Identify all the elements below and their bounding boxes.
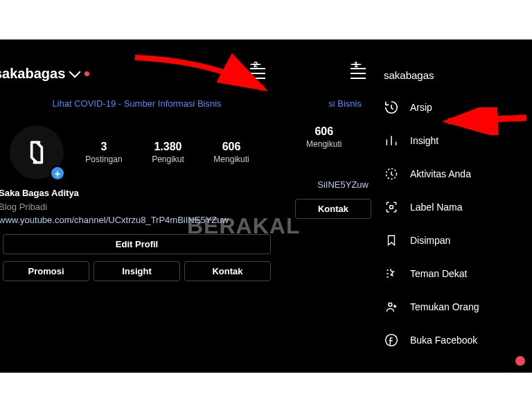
stat-posts[interactable]: 3Postingan	[85, 141, 122, 164]
menu-badge: 1	[351, 64, 362, 65]
profile-stats: 3Postingan 1.380Pengikut 606Mengikuti	[71, 141, 264, 164]
notification-dot	[85, 71, 89, 76]
stat-following[interactable]: 606Mengikuti	[213, 141, 249, 164]
menu-label: Teman Dekat	[410, 268, 467, 279]
menu-label: Label Nama	[410, 202, 463, 213]
menu-drawer: sakabagas Arsip Insight Aktivitas Anda L…	[374, 39, 532, 373]
menu-label: Arsip	[410, 102, 432, 113]
menu-label: Buka Facebook	[410, 335, 477, 346]
chevron-down-icon[interactable]	[69, 66, 81, 78]
add-story-icon[interactable]: +	[50, 166, 65, 181]
archive-icon	[384, 100, 399, 115]
menu-item-aktivitas[interactable]: Aktivitas Anda	[374, 157, 532, 190]
close-friends-icon	[384, 266, 399, 281]
facebook-icon	[384, 332, 399, 348]
nametag-icon	[384, 200, 399, 215]
menu-label: Temukan Orang	[410, 301, 479, 312]
promosi-button[interactable]: Promosi	[3, 261, 89, 281]
svg-point-9	[390, 206, 393, 209]
menu-item-label[interactable]: Label Nama	[374, 190, 532, 224]
profile-screen-behind: 1 si Bisnis 30kut 606Mengikuti SiINE5YZu…	[274, 39, 374, 373]
insight-icon	[384, 133, 399, 148]
menu-label: Aktivitas Anda	[410, 168, 471, 179]
avatar[interactable]: +	[10, 125, 64, 179]
kontak-button[interactable]: Kontak	[184, 261, 271, 281]
insight-button[interactable]: Insight	[94, 261, 180, 281]
menu-item-facebook[interactable]: Buka Facebook	[374, 323, 532, 357]
activity-icon	[384, 166, 399, 181]
svg-point-10	[389, 303, 392, 306]
bookmark-icon	[384, 233, 399, 248]
menu-label: Disimpan	[410, 235, 450, 246]
stat-followers[interactable]: 1.380Pengikut	[152, 141, 184, 164]
display-name: Saka Bagas Aditya	[0, 186, 271, 200]
hamburger-menu-button[interactable]: 1	[351, 68, 366, 79]
covid-banner[interactable]: si Bisnis	[274, 89, 374, 118]
svg-point-11	[386, 335, 398, 346]
menu-title: sakabagas	[374, 62, 532, 91]
discover-people-icon	[384, 299, 399, 314]
username[interactable]: sakabagas	[0, 66, 65, 82]
menu-item-temukan[interactable]: Temukan Orang	[374, 290, 532, 323]
stat-following[interactable]: 606Mengikuti	[306, 125, 342, 149]
watermark: BERAKAL	[187, 213, 300, 239]
record-indicator	[515, 356, 525, 366]
annotation-arrow-1	[128, 51, 274, 99]
kontak-button[interactable]: Kontak	[295, 199, 371, 219]
menu-item-teman-dekat[interactable]: Teman Dekat	[374, 257, 532, 290]
menu-label: Insight	[410, 135, 438, 146]
category: Blog Pribadi	[0, 200, 271, 214]
menu-item-disimpan[interactable]: Disimpan	[374, 224, 532, 257]
annotation-arrow-2	[440, 107, 530, 135]
